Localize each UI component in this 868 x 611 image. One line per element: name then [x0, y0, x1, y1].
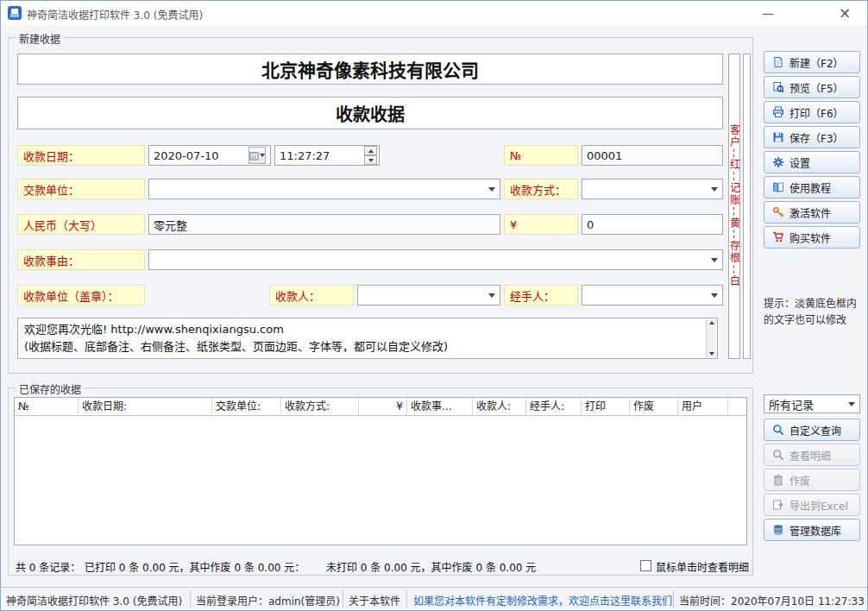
reason-label[interactable]: 收款事由： — [17, 249, 145, 270]
status-divider — [406, 590, 407, 608]
settings-button[interactable]: 设置 — [764, 151, 860, 173]
detail-on-click-checkbox[interactable] — [640, 560, 651, 571]
payee-label[interactable]: 收款人： — [269, 285, 354, 306]
export-excel-button[interactable]: 导出到Excel — [764, 494, 860, 516]
col-reason[interactable]: 收款事... — [407, 398, 473, 415]
rmb-label[interactable]: 人民币（大写） — [17, 214, 145, 235]
dropdown-arrow-icon — [488, 293, 495, 298]
buy-button[interactable]: 购买软件 — [764, 226, 860, 249]
dropdown-arrow-icon — [711, 258, 718, 262]
payer-label[interactable]: 交款单位： — [17, 179, 145, 199]
void-button[interactable]: 作废 — [764, 469, 860, 491]
database-icon — [772, 524, 784, 536]
status-current-time: 当前时间：2020年07月10日 11:27:33 — [679, 593, 865, 608]
save-icon — [772, 131, 784, 143]
export-icon — [772, 499, 784, 511]
col-number[interactable]: № — [15, 398, 79, 415]
summary-total: 共 0 条记录： — [16, 559, 80, 574]
records-table-body[interactable] — [15, 416, 746, 545]
arrow-down-icon — [368, 159, 374, 162]
saved-receipts-group-label: 已保存的收据 — [16, 381, 85, 396]
save-button[interactable]: 保存（F3） — [764, 126, 860, 148]
col-filler — [728, 398, 746, 415]
hint-text: 提示：淡黄底色框内的文字也可以修改 — [764, 296, 864, 329]
time-spinner[interactable]: 11:27:27 — [274, 145, 380, 166]
title-bar: 神奇简洁收据打印软件 3.0 (免费试用) — × — [1, 1, 867, 25]
dropdown-arrow-icon — [711, 293, 718, 298]
number-field[interactable]: 00001 — [582, 145, 723, 166]
window-title: 神奇简洁收据打印软件 3.0 (免费试用) — [27, 7, 203, 22]
spin-up-button[interactable] — [364, 146, 377, 155]
method-combobox[interactable] — [582, 179, 723, 199]
preview-button[interactable]: 预览（F5） — [764, 76, 860, 98]
scroll-down-icon — [709, 352, 714, 356]
new-button[interactable]: 新建（F2） — [764, 51, 860, 73]
col-payee[interactable]: 收款人: — [473, 398, 526, 415]
calendar-dropdown-button[interactable] — [248, 147, 266, 164]
summary-unprinted: 未打印 0 条 0.00 元，其中作废 0 条 0.00 元 — [326, 559, 536, 574]
minimize-button[interactable]: — — [748, 1, 788, 25]
records-table[interactable]: № 收款日期: 交款单位: 收款方式: ¥ 收款事... 收款人: 经手人: 打… — [14, 397, 747, 545]
stamp-label[interactable]: 收款单位（盖章）： — [17, 285, 145, 306]
magnifier-icon — [772, 449, 784, 461]
detail-on-click-label[interactable]: 鼠标单击时查看明细 — [656, 559, 749, 574]
activate-button[interactable]: 激活软件 — [764, 201, 860, 224]
handler-combobox[interactable] — [582, 285, 723, 306]
payee-combobox[interactable] — [357, 285, 500, 306]
reason-combobox[interactable] — [148, 249, 723, 270]
status-divider — [190, 590, 191, 608]
payer-combobox[interactable] — [148, 179, 500, 199]
rmb-words-field[interactable]: 零元整 — [148, 214, 500, 235]
status-contact-link[interactable]: 如果您对本软件有定制修改需求，欢迎点击这里联系我们 — [413, 593, 672, 608]
calendar-icon — [249, 151, 259, 161]
col-voided[interactable]: 作废 — [630, 398, 678, 415]
col-printed[interactable]: 打印 — [582, 398, 630, 415]
close-button[interactable]: × — [825, 1, 865, 25]
col-method[interactable]: 收款方式: — [281, 398, 359, 415]
method-label[interactable]: 收款方式： — [504, 179, 578, 199]
date-picker[interactable]: 2020-07-10 — [148, 145, 271, 166]
note-scrollbar[interactable] — [706, 319, 716, 357]
manage-database-button[interactable]: 管理数据库 — [764, 519, 860, 541]
view-detail-button[interactable]: 查看明细 — [764, 444, 860, 466]
col-user[interactable]: 用户 — [678, 398, 728, 415]
rmb-words-value: 零元整 — [154, 217, 187, 233]
status-about-link[interactable]: 关于本软件 — [349, 593, 400, 608]
trash-icon — [772, 474, 784, 486]
number-value: 00001 — [587, 149, 622, 162]
date-value: 2020-07-10 — [154, 149, 219, 162]
app-window: 神奇简洁收据打印软件 3.0 (免费试用) — × 新建收据 北京神奇像素科技有… — [0, 0, 868, 611]
receipt-title-box[interactable]: 收款收据 — [17, 97, 723, 129]
dropdown-arrow-icon — [848, 402, 855, 406]
saved-receipts-group: 已保存的收据 № 收款日期: 交款单位: 收款方式: ¥ 收款事... 收款人:… — [8, 387, 753, 576]
handler-label[interactable]: 经手人： — [504, 285, 578, 306]
number-label[interactable]: № — [504, 145, 578, 166]
receipt-title: 收款收据 — [336, 101, 405, 126]
col-amount[interactable]: ¥ — [359, 398, 407, 415]
amount-field[interactable]: 0 — [582, 214, 723, 235]
app-icon — [8, 6, 22, 22]
tutorial-button[interactable]: 使用教程 — [764, 176, 860, 198]
spin-down-button[interactable] — [364, 155, 377, 165]
status-divider — [343, 590, 343, 608]
col-handler[interactable]: 经手人: — [526, 398, 582, 415]
new-receipt-group-label: 新建收据 — [16, 31, 64, 46]
col-date[interactable]: 收款日期: — [79, 398, 212, 415]
date-label[interactable]: 收款日期： — [17, 145, 145, 166]
record-filter-combobox[interactable]: 所有记录 — [764, 394, 860, 413]
preview-icon — [772, 81, 784, 93]
copy-strip-labeled: 客户--红--记账--黄--存根--白 — [728, 54, 740, 359]
record-filter-value: 所有记录 — [769, 396, 814, 413]
status-bar: 神奇简洁收据打印软件 3.0 (免费试用) 当前登录用户：admin(管理员) … — [1, 587, 867, 610]
print-button[interactable]: 打印（F6） — [764, 101, 860, 123]
footer-note-line2: (收据标题、底部备注、右侧备注、纸张类型、页面边距、字体等，都可以自定义修改) — [24, 338, 703, 356]
custom-query-button[interactable]: 自定义查询 — [764, 419, 860, 441]
footer-note-field[interactable]: 欢迎您再次光临! http://www.shenqixiangsu.com (收… — [17, 318, 718, 359]
chevron-down-icon — [260, 154, 265, 157]
arrow-up-icon — [368, 149, 374, 153]
yen-label[interactable]: ¥ — [504, 214, 578, 235]
col-payer[interactable]: 交款单位: — [212, 398, 281, 415]
company-name-box[interactable]: 北京神奇像素科技有限公司 — [17, 54, 723, 85]
footer-note-line1: 欢迎您再次光临! http://www.shenqixiangsu.com — [24, 321, 703, 338]
scroll-up-icon — [709, 321, 714, 324]
